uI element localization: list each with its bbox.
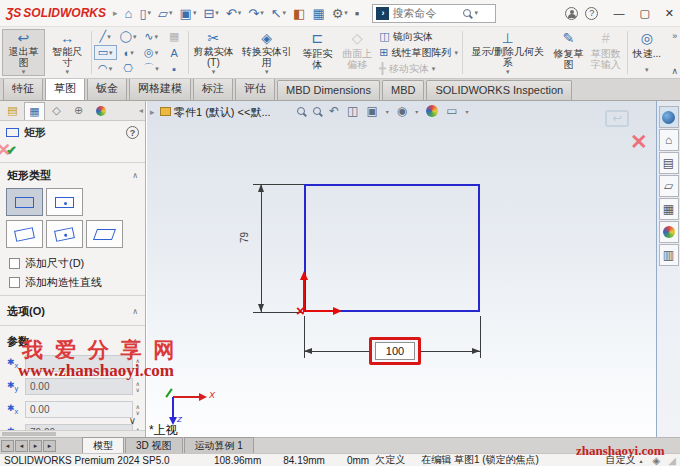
graphics-viewport[interactable]: ▸ 零件1 (默认) <<默... ↶ ◫ ▣▾ ◉▾ ▭▾ ↩ ✕ 79 × … (147, 101, 656, 437)
add-construction-lines-checkbox-row[interactable]: 添加构造性直线 (0, 273, 145, 292)
three-point-center-rectangle-button[interactable] (46, 220, 83, 248)
help-icon[interactable]: ? (126, 126, 139, 139)
three-point-corner-rectangle-button[interactable] (6, 220, 43, 248)
feature-manager-tab[interactable]: ▤ (2, 102, 23, 120)
text-tool-button[interactable]: A (163, 45, 186, 60)
mirror-entities-button[interactable]: ◫镜向实体 (379, 30, 458, 44)
spin-down-icon[interactable]: ∨ (136, 387, 140, 393)
dropdown-arrow-icon[interactable]: ▾ (155, 65, 159, 73)
command-search[interactable]: › ▾ (372, 4, 496, 23)
design-library-button[interactable]: ▤ (659, 152, 679, 174)
dropdown-arrow-icon[interactable]: ▾ (130, 49, 134, 57)
dropdown-arrow-icon[interactable]: ▾ (432, 65, 436, 73)
spinner-control[interactable]: ∧∨ (136, 404, 140, 416)
checkbox-icon[interactable] (9, 277, 20, 288)
dropdown-arrow-icon[interactable]: ▾ (506, 68, 510, 76)
toolbar-collapse-button[interactable]: ∧ (671, 66, 678, 76)
dropdown-arrow-icon[interactable]: ▾ (133, 33, 137, 41)
property-manager-tab[interactable]: ▦ (24, 102, 45, 120)
feature-tree-flyout-arrow-icon[interactable]: ▸ (150, 107, 155, 117)
arc-tool-button[interactable]: ◠▾ (94, 61, 117, 76)
zoom-area-icon[interactable] (313, 107, 321, 115)
next-tab-button[interactable]: ▸ (29, 440, 42, 452)
first-tab-button[interactable]: ◂ (1, 440, 14, 452)
save-button[interactable]: ▣▾ (180, 6, 197, 21)
previous-view-icon[interactable]: ↶ (329, 104, 339, 118)
panel-scroll-down-chevron[interactable]: ∨ (129, 415, 136, 426)
toolbar-overflow-button[interactable]: » (672, 31, 677, 41)
dropdown-arrow-icon[interactable]: ▾ (215, 9, 219, 17)
confirmation-corner-cancel-icon[interactable]: ✕ (630, 130, 648, 154)
dropdown-arrow-icon[interactable]: ▾ (107, 33, 111, 41)
add-dimensions-checkbox-row[interactable]: 添加尺寸(D) (0, 254, 145, 273)
dropdown-arrow-icon[interactable]: ▾ (212, 68, 216, 76)
line-tool-button[interactable]: ╱▾ (94, 29, 117, 44)
repair-sketch-button[interactable]: ✎ 修复草图 (551, 29, 585, 76)
file-explorer-button[interactable]: ▱ (659, 175, 679, 197)
polygon-tool-button[interactable]: ⎔ (117, 61, 140, 76)
hide-show-items-icon[interactable]: ◉ (397, 104, 407, 118)
dropdown-arrow-icon[interactable]: ▾ (155, 49, 159, 57)
3dexperience-button[interactable] (659, 106, 679, 128)
appearances-button[interactable] (659, 221, 679, 243)
status-tag-icon[interactable]: ◈ (653, 455, 661, 466)
checkbox-icon[interactable] (9, 258, 20, 269)
surface-offset-button[interactable]: ◇ 曲面上偏移 (338, 29, 376, 76)
display-manager-tab[interactable] (90, 102, 111, 120)
model-tab[interactable]: 模型 (82, 437, 124, 455)
redo-button[interactable]: ↷▾ (248, 6, 263, 21)
collapse-chevron-icon[interactable]: ∧ (132, 171, 138, 180)
dropdown-arrow-icon[interactable]: ▾ (265, 68, 269, 76)
3d-views-tab[interactable]: 3D 视图 (125, 437, 183, 455)
ok-checkmark-button[interactable]: ✔ (0, 142, 145, 163)
corner-rectangle-button[interactable] (6, 188, 43, 216)
dropdown-arrow-icon[interactable]: ▾ (148, 9, 152, 17)
display-style-icon[interactable]: ▣ (366, 104, 377, 118)
login-user-icon[interactable] (565, 7, 578, 20)
height-dimension-value[interactable]: 79 (239, 232, 250, 243)
panel-tab-scroll-arrow-icon[interactable]: ◂ (139, 106, 143, 115)
rectangle-type-section-header[interactable]: 矩形类型 ∧ (0, 163, 145, 186)
convert-entities-button[interactable]: ◈ 转换实体引用 ▾ (237, 29, 296, 76)
point-tool-button[interactable]: ▪ (163, 61, 186, 76)
collapse-chevron-icon[interactable]: ∧ (132, 307, 138, 316)
dropdown-arrow-icon[interactable]: ▾ (645, 66, 649, 74)
open-button[interactable]: ▱▾ (158, 6, 173, 21)
fillet-tool-button[interactable]: ⌒▾ (140, 61, 163, 76)
menu-flyout-arrow-icon[interactable]: ▸ (113, 8, 118, 18)
previous-tab-button[interactable]: ◂ (15, 440, 28, 452)
smart-dimension-button[interactable]: ↔ 智能尺寸 ▾ (46, 29, 89, 76)
display-settings-button[interactable]: ▪ (355, 6, 360, 21)
solidworks-resources-button[interactable]: ⌂ (659, 129, 679, 151)
options-button[interactable]: ⚙▾ (332, 6, 348, 21)
dropdown-arrow-icon[interactable]: ▾ (415, 108, 418, 115)
offset-entities-button[interactable]: ⊏ 等距实体 (297, 29, 337, 76)
dropdown-arrow-icon[interactable]: ▾ (466, 108, 469, 115)
dropdown-arrow-icon[interactable]: ▾ (22, 68, 26, 76)
tab-features[interactable]: 特征 (3, 77, 43, 100)
spin-down-icon[interactable]: ∨ (136, 410, 140, 416)
dropdown-arrow-icon[interactable]: ▾ (109, 49, 113, 57)
tab-evaluate[interactable]: 评估 (235, 77, 275, 100)
undo-button[interactable]: ↶▾ (226, 6, 241, 21)
move-entities-button[interactable]: ╋移动实体▾ (379, 62, 458, 76)
dropdown-arrow-icon[interactable]: ▾ (386, 108, 389, 115)
coordinate-input[interactable] (25, 355, 133, 372)
configuration-manager-tab[interactable]: ◇ (46, 102, 67, 120)
zoom-fit-icon[interactable] (297, 107, 305, 115)
dropdown-arrow-icon[interactable]: ▾ (169, 9, 173, 17)
file-properties-button[interactable]: ▦ (312, 6, 324, 21)
dropdown-arrow-icon[interactable]: ▾ (454, 49, 458, 57)
flyout-tree-part-label[interactable]: 零件1 (默认) <<默... (174, 105, 271, 120)
home-button[interactable]: ⌂ (125, 6, 133, 21)
search-input[interactable] (392, 7, 460, 19)
dropdown-arrow-icon[interactable]: ▾ (193, 9, 197, 17)
dropdown-arrow-icon[interactable]: ▾ (260, 9, 264, 17)
quick-snaps-button[interactable]: ◎ 快速... ▾ (630, 29, 664, 76)
rebuild-button[interactable]: ◧ (293, 6, 305, 21)
options-section-header[interactable]: 选项(O) ∧ (0, 299, 145, 322)
spin-down-icon[interactable]: ∨ (136, 364, 140, 370)
dropdown-arrow-icon[interactable]: ▾ (154, 33, 158, 41)
tab-sketch[interactable]: 草图 (45, 77, 85, 100)
parameters-section-header[interactable]: 参数 ∧ (0, 329, 145, 352)
